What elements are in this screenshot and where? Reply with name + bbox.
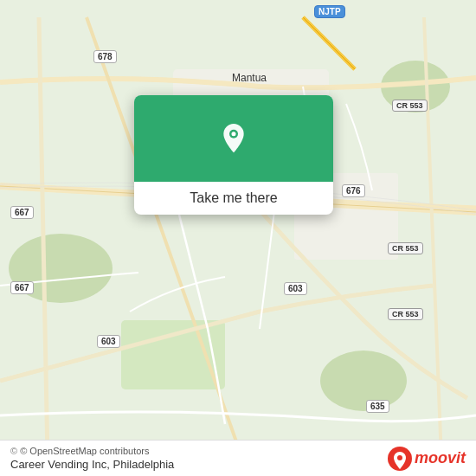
road-badge-603-2: 603	[97, 335, 120, 348]
road-badge-678-1: 678	[93, 50, 117, 63]
svg-point-19	[397, 455, 402, 460]
road-badge-cr553-3: CR 553	[388, 308, 423, 320]
map-container: Mantua NJTP 678 678 CR 553 676 667 667 6…	[0, 0, 476, 476]
location-name: Career Vending Inc, Philadelphia	[10, 458, 174, 471]
moovit-icon	[388, 447, 412, 471]
road-badge-cr553-2: CR 553	[388, 242, 423, 254]
road-badge-676: 676	[342, 184, 365, 197]
map-pin-icon	[216, 124, 251, 158]
svg-rect-7	[121, 320, 225, 389]
road-badge-cr553-1: CR 553	[392, 100, 428, 112]
road-badge-603-1: 603	[284, 282, 307, 295]
popup-label-section: Take me there	[134, 182, 333, 215]
take-me-there-button[interactable]: Take me there	[190, 190, 277, 205]
popup-card: Take me there	[134, 95, 333, 215]
place-label-mantua: Mantua	[232, 72, 267, 84]
moovit-logo: moovit	[388, 447, 466, 471]
road-badge-667-1: 667	[10, 206, 34, 219]
svg-point-6	[320, 351, 407, 411]
attribution-text: © © OpenStreetMap contributors	[10, 446, 174, 456]
bottom-bar: © © OpenStreetMap contributors Career Ve…	[0, 440, 476, 476]
road-badge-635: 635	[366, 400, 389, 413]
popup-green-area	[134, 95, 333, 182]
svg-point-17	[232, 132, 236, 136]
moovit-text: moovit	[415, 449, 466, 467]
road-badge-njtp: NJTP	[314, 5, 345, 18]
road-badge-667-2: 667	[10, 281, 34, 294]
